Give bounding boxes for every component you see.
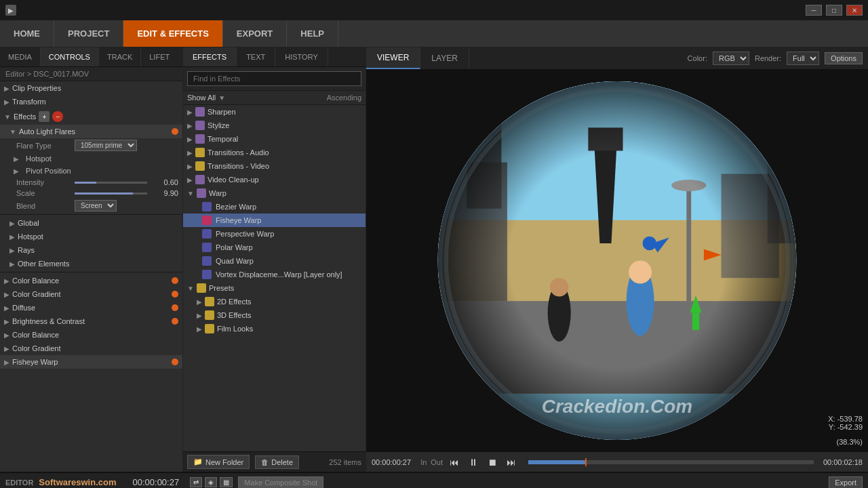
color-gradient-section2[interactable]: ▶ Color Gradient [0,342,182,355]
2d-effects-item[interactable]: ▶ 2D Effects [183,295,366,308]
delete-button[interactable]: 🗑 Delete [255,455,299,469]
arrow-icon: ▶ [14,155,19,163]
go-to-end-btn[interactable]: ⏭ [504,455,519,469]
tab-track[interactable]: TRACK [99,47,141,66]
warp-category[interactable]: ▼ Warp [183,186,366,200]
transitions-video-category[interactable]: ▶ Transitions - Video [183,159,366,173]
scale-slider[interactable] [75,192,147,195]
temporal-category[interactable]: ▶ Temporal [183,132,366,146]
tab-effects[interactable]: EFFECTS [183,47,237,66]
stylize-label: Stylize [208,121,229,129]
editor-ctrl-2[interactable]: ◈ [205,477,217,487]
pivot-position-label: Pivot Position [26,167,71,175]
quad-warp-label: Quad Warp [216,257,254,265]
effects-remove-icon[interactable]: − [52,111,63,122]
tab-lifet[interactable]: LIFET [141,47,178,66]
video-cleanup-label: Video Clean-up [208,176,259,184]
diffuse-section[interactable]: ▶ Diffuse [0,301,182,314]
hotspot-section[interactable]: ▶ Hotspot [0,152,182,165]
options-button[interactable]: Options [825,52,863,64]
effects-panel: EFFECTS TEXT HISTORY Show All ▼ Ascendin… [183,47,366,472]
hotspot-label: Hotspot [26,155,52,163]
coord-y: Y: -542.39 [828,423,863,431]
controls-tabs: MEDIA CONTROLS TRACK LIFET [0,47,182,67]
presets-category[interactable]: ▼ Presets [183,281,366,295]
nav-edit[interactable]: EDIT & EFFECTS [123,20,222,47]
vortex-warp-item[interactable]: Vortex Displaceme...Warp [Layer only] [183,268,366,281]
tab-history[interactable]: HISTORY [275,47,328,66]
make-composite-button[interactable]: Make Composite Shot [238,476,323,489]
viewer-coords: X: -539.78 Y: -542.39 [828,415,863,431]
ascending-button[interactable]: Ascending [327,94,361,102]
blend-select[interactable]: Screen [75,200,117,211]
editor-ctrl-3[interactable]: ▦ [220,477,233,487]
render-select[interactable]: Full [787,52,819,65]
blend-label: Blend [16,202,71,210]
video-cleanup-category[interactable]: ▶ Video Clean-up [183,173,366,186]
fisheye-warp-section[interactable]: ▶ Fisheye Warp [0,355,182,369]
tab-viewer[interactable]: VIEWER [366,47,420,69]
intensity-slider[interactable] [75,182,147,184]
viewer-transport: 00:00:00:27 In Out ⏮ ⏸ ⏹ ⏭ 00:00:02:18 [366,451,868,472]
go-to-start-btn[interactable]: ⏮ [447,455,462,469]
transform-section[interactable]: ▶ Transform [0,95,182,108]
rays-section[interactable]: ▶ Rays [0,243,182,257]
effects-search-input[interactable] [187,71,361,86]
arrow-icon: ▶ [4,318,9,325]
auto-light-flares-label: Auto Light Flares [19,127,75,136]
3d-effects-item[interactable]: ▶ 3D Effects [183,308,366,322]
effects-section[interactable]: ▼ Effects + − [0,108,182,125]
color-select[interactable]: RGB [713,52,749,65]
global-section[interactable]: ▶ Global [0,216,182,230]
nav-export[interactable]: EXPORT [223,20,287,47]
close-btn[interactable]: ✕ [846,5,863,16]
show-all-button[interactable]: Show All ▼ [187,94,225,102]
temporal-icon [195,134,205,144]
arrow-icon: ▶ [4,291,9,298]
maximize-btn[interactable]: □ [826,5,842,16]
bezier-warp-item[interactable]: Bezier Warp [183,200,366,214]
tab-layer[interactable]: LAYER [420,48,469,68]
nav-help[interactable]: HELP [287,20,338,47]
tab-media[interactable]: MEDIA [0,47,41,66]
flare-type-select[interactable]: 105mm prime [75,140,137,151]
show-all-arrow-icon: ▼ [218,94,225,102]
fisheye-warp-item[interactable]: Fisheye Warp [183,214,366,227]
color-balance-section2[interactable]: ▶ Color Balance [0,328,182,342]
auto-light-flares-section[interactable]: ▼ Auto Light Flares [0,125,182,138]
timecode-start: 00:00:00:27 [372,458,411,466]
play-pause-btn[interactable]: ⏸ [466,455,481,469]
fisheye-visual: Crackedion.Com X: -539.78 Y: -542.39 (38… [366,70,868,451]
viewer-timeline-bar[interactable] [528,460,814,464]
sharpen-category[interactable]: ▶ Sharpen [183,105,366,119]
tab-text[interactable]: TEXT [237,47,275,66]
polar-warp-label: Polar Warp [216,243,253,251]
fisheye-warp-label: Fisheye Warp [12,358,58,366]
stylize-category[interactable]: ▶ Stylize [183,119,366,132]
new-folder-button[interactable]: 📁 New Folder [187,455,250,469]
editor-header: EDITOR Softwareswin.com 00:00:00:27 ⇄ ◈ … [0,473,868,488]
nav-home[interactable]: HOME [0,20,54,47]
nav-project[interactable]: PROJECT [54,20,123,47]
editor-ctrl-1[interactable]: ⇄ [190,477,202,487]
perspective-warp-item[interactable]: Perspective Warp [183,227,366,241]
pivot-position-section[interactable]: ▶ Pivot Position [0,165,182,177]
transitions-audio-category[interactable]: ▶ Transitions - Audio [183,146,366,159]
arrow-icon: ▶ [187,136,193,143]
other-elements-section[interactable]: ▶ Other Elements [0,257,182,270]
brightness-contrast-section[interactable]: ▶ Brightness & Contrast [0,314,182,328]
polar-warp-item[interactable]: Polar Warp [183,241,366,254]
arrow-icon: ▶ [197,298,202,306]
export-button[interactable]: Export [829,476,863,489]
hotspot-section2[interactable]: ▶ Hotspot [0,230,182,243]
title-bar: ▶ ─ □ ✕ [0,0,868,20]
minimize-btn[interactable]: ─ [806,5,822,16]
clip-properties-section[interactable]: ▶ Clip Properties [0,81,182,95]
film-looks-item[interactable]: ▶ Film Looks [183,322,366,336]
color-gradient-section1[interactable]: ▶ Color Gradient [0,287,182,301]
stop-btn[interactable]: ⏹ [485,455,500,469]
color-balance-section1[interactable]: ▶ Color Balance [0,274,182,287]
quad-warp-item[interactable]: Quad Warp [183,254,366,268]
tab-controls[interactable]: CONTROLS [41,47,99,66]
effects-add-icon[interactable]: + [39,111,50,122]
